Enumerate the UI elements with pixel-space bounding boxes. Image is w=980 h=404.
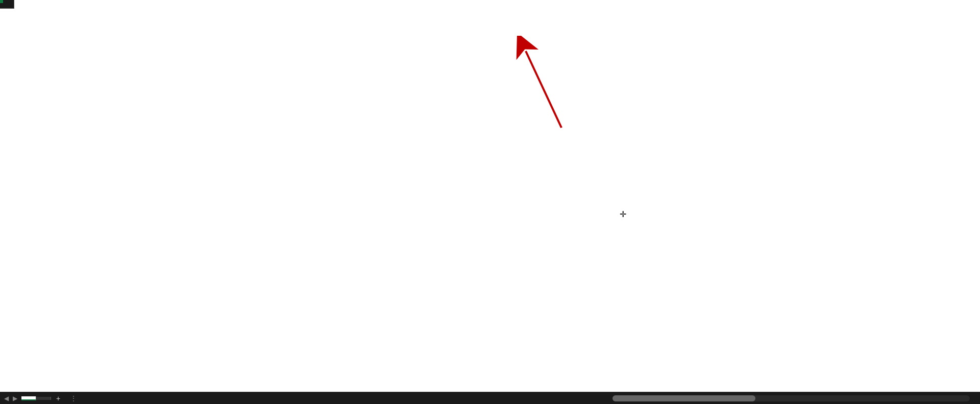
sheet-tab-bar: ◀ ▶ + ⋮: [0, 392, 980, 404]
horizontal-scrollbar[interactable]: [82, 395, 980, 401]
spreadsheet-grid[interactable]: ✛: [0, 0, 980, 392]
svg-line-0: [526, 51, 561, 128]
tab-prev-icon[interactable]: ◀: [4, 395, 9, 402]
tab-navigation: ◀ ▶: [0, 395, 21, 402]
select-all-corner[interactable]: [0, 0, 14, 9]
cursor-icon: ✛: [620, 209, 626, 219]
annotation-arrow: [490, 36, 592, 138]
add-sheet-button[interactable]: +: [51, 393, 65, 404]
sheet-tab-data[interactable]: [21, 396, 36, 400]
tab-separator-icon[interactable]: ⋮: [65, 395, 82, 402]
scrollbar-thumb[interactable]: [612, 395, 755, 401]
sheet-tab-sheet1[interactable]: [36, 397, 51, 400]
tab-next-icon[interactable]: ▶: [13, 395, 17, 402]
